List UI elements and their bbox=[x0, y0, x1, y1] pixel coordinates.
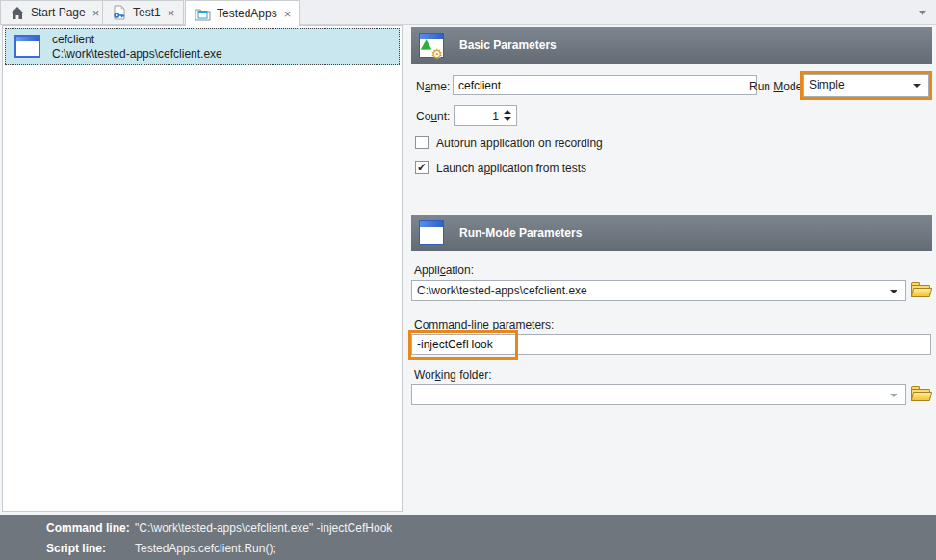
script-line-status-label: Script line: bbox=[46, 542, 106, 555]
spin-down-icon[interactable] bbox=[504, 117, 511, 121]
name-label: Name: bbox=[416, 80, 450, 93]
section-title: Run-Mode Parameters bbox=[459, 215, 582, 251]
basic-parameters-header: ⚙ Basic Parameters bbox=[411, 27, 932, 64]
application-value: C:\work\tested-apps\cefclient.exe bbox=[417, 284, 587, 297]
testedapps-editor-window: Start Page × Test1 × TestedApps × bbox=[0, 0, 936, 560]
run-mode-parameters-icon bbox=[419, 220, 444, 245]
name-input[interactable] bbox=[453, 75, 757, 95]
application-window-icon bbox=[14, 35, 40, 58]
tab-label: Start Page bbox=[31, 6, 86, 19]
keyword-test-icon bbox=[112, 5, 127, 20]
status-bar: Command line: "C:\work\tested-apps\cefcl… bbox=[0, 515, 936, 560]
count-label: Count: bbox=[416, 110, 450, 123]
chevron-down-icon[interactable] bbox=[890, 290, 897, 293]
basic-parameters-icon: ⚙ bbox=[419, 33, 444, 58]
browse-application-folder-button[interactable] bbox=[911, 282, 931, 297]
count-stepper[interactable]: 1 bbox=[454, 105, 517, 126]
chevron-down-icon[interactable] bbox=[913, 84, 921, 88]
run-mode-parameters-header: Run-Mode Parameters bbox=[411, 215, 932, 251]
tested-apps-icon bbox=[195, 7, 211, 21]
close-icon[interactable]: × bbox=[284, 8, 292, 20]
run-mode-label: Run Mode: bbox=[749, 80, 806, 93]
application-label: Application: bbox=[414, 264, 474, 277]
launch-from-tests-checkbox[interactable]: ✓ bbox=[415, 161, 429, 174]
browse-working-folder-button[interactable] bbox=[911, 386, 931, 401]
tab-testedapps[interactable]: TestedApps × bbox=[185, 0, 300, 26]
command-line-parameters-input[interactable] bbox=[411, 334, 931, 355]
home-icon bbox=[10, 6, 25, 20]
run-mode-highlight-annotation: Simple bbox=[800, 71, 932, 100]
application-combobox[interactable]: C:\work\tested-apps\cefclient.exe bbox=[411, 280, 906, 301]
spin-up-icon[interactable] bbox=[504, 110, 511, 114]
launch-from-tests-checkbox-label: Launch application from tests bbox=[436, 162, 586, 175]
tab-label: TestedApps bbox=[217, 7, 277, 20]
section-title: Basic Parameters bbox=[459, 27, 557, 64]
close-icon[interactable]: × bbox=[92, 7, 100, 19]
run-mode-value: Simple bbox=[809, 78, 845, 91]
working-folder-combobox[interactable] bbox=[411, 384, 906, 405]
tab-label: Test1 bbox=[133, 6, 161, 19]
autorun-checkbox-label: Autorun application on recording bbox=[436, 137, 603, 150]
chevron-down-icon[interactable] bbox=[890, 394, 897, 397]
tab-list-dropdown-icon[interactable] bbox=[919, 11, 926, 15]
list-item-cefclient[interactable]: cefclient C:\work\tested-apps\cefclient.… bbox=[5, 28, 400, 65]
command-line-status-value: "C:\work\tested-apps\cefclient.exe" -inj… bbox=[135, 522, 392, 535]
run-mode-dropdown[interactable]: Simple bbox=[803, 74, 929, 97]
script-line-status-value: TestedApps.cefclient.Run(); bbox=[135, 542, 276, 555]
count-value: 1 bbox=[492, 110, 499, 123]
working-folder-label: Working folder: bbox=[414, 369, 491, 382]
app-path: C:\work\tested-apps\cefclient.exe bbox=[52, 47, 222, 61]
tab-test1[interactable]: Test1 × bbox=[102, 0, 184, 25]
autorun-checkbox[interactable] bbox=[415, 136, 429, 149]
app-name: cefclient bbox=[52, 33, 94, 46]
tab-bar: Start Page × Test1 × TestedApps × bbox=[0, 0, 936, 25]
tested-apps-list: cefclient C:\work\tested-apps\cefclient.… bbox=[2, 25, 403, 512]
command-line-status-label: Command line: bbox=[46, 522, 130, 535]
close-icon[interactable]: × bbox=[168, 7, 175, 19]
checkmark-icon: ✓ bbox=[417, 161, 427, 174]
tab-start-page[interactable]: Start Page × bbox=[0, 0, 109, 25]
command-line-parameters-label: Command-line parameters: bbox=[414, 318, 554, 332]
